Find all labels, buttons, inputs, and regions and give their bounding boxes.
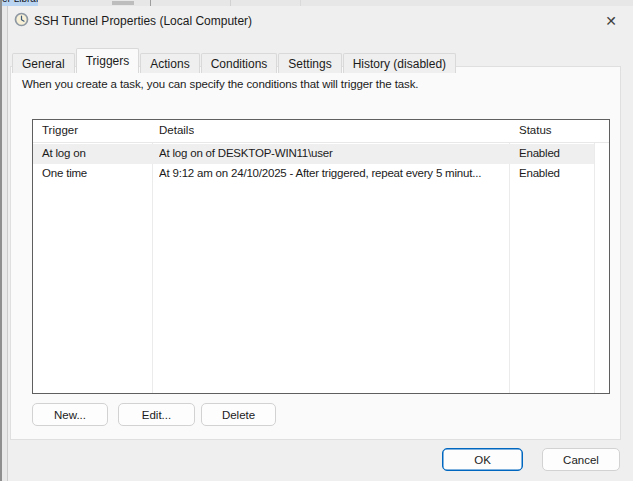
column-header-status[interactable]: Status xyxy=(519,124,552,136)
triggers-table: Trigger Details Status At log on At log … xyxy=(32,119,610,394)
close-icon: ✕ xyxy=(605,13,617,29)
column-header-details[interactable]: Details xyxy=(159,124,194,136)
cell-details: At 9:12 am on 24/10/2025 - After trigger… xyxy=(159,167,531,179)
title-bar: SSH Tunnel Properties (Local Computer) ✕ xyxy=(8,6,633,42)
page-description: When you create a task, you can specify … xyxy=(22,78,418,90)
table-header: Trigger Details Status xyxy=(33,120,609,143)
close-button[interactable]: ✕ xyxy=(595,7,627,35)
tab-actions[interactable]: Actions xyxy=(140,53,199,73)
column-header-trigger[interactable]: Trigger xyxy=(42,124,78,136)
delete-button[interactable]: Delete xyxy=(201,403,276,426)
cancel-button[interactable]: Cancel xyxy=(542,448,620,471)
tab-settings[interactable]: Settings xyxy=(278,53,341,73)
ok-button[interactable]: OK xyxy=(442,448,523,471)
cell-trigger: At log on xyxy=(42,147,86,159)
tab-triggers[interactable]: Triggers xyxy=(76,48,140,73)
table-row[interactable]: One time At 9:12 am on 24/10/2025 - Afte… xyxy=(33,164,609,184)
dialog-ssh-tunnel-properties: SSH Tunnel Properties (Local Computer) ✕… xyxy=(8,6,633,481)
edit-button[interactable]: Edit... xyxy=(118,403,195,426)
background-window-blob xyxy=(112,1,134,5)
dialog-title: SSH Tunnel Properties (Local Computer) xyxy=(34,14,252,28)
tab-page-triggers: When you create a task, you can specify … xyxy=(10,66,621,440)
clock-icon xyxy=(14,12,29,27)
cell-trigger: One time xyxy=(42,167,87,179)
screen: er Library SSH Tunnel Properties (Local … xyxy=(0,0,633,481)
tab-history[interactable]: History (disabled) xyxy=(343,53,456,73)
new-button[interactable]: New... xyxy=(32,403,108,426)
cell-status: Enabled xyxy=(519,167,560,179)
tab-conditions[interactable]: Conditions xyxy=(201,53,278,73)
tab-strip: General Triggers Actions Conditions Sett… xyxy=(12,42,457,73)
tab-general[interactable]: General xyxy=(12,53,75,73)
cell-details: At log on of DESKTOP-WIN11\user xyxy=(159,147,531,159)
table-row[interactable]: At log on At log on of DESKTOP-WIN11\use… xyxy=(33,144,609,164)
cell-status: Enabled xyxy=(519,147,560,159)
